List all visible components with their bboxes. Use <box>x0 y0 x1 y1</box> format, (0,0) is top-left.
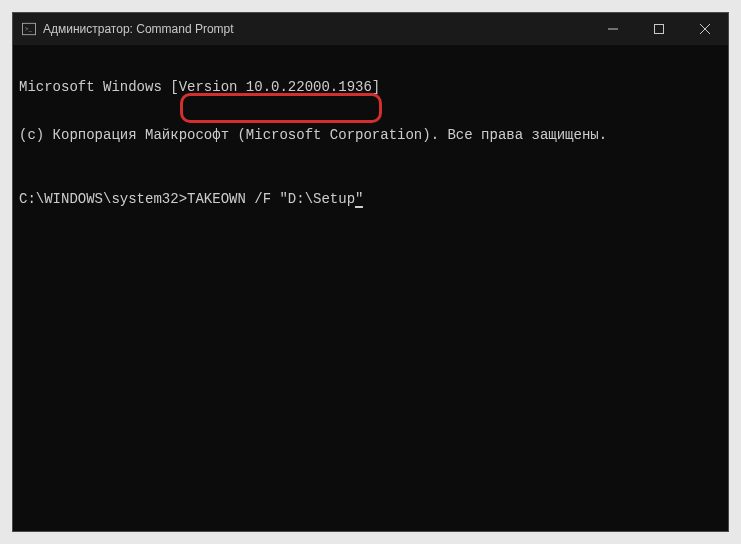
minimize-button[interactable] <box>590 13 636 45</box>
terminal-line-version: Microsoft Windows [Version 10.0.22000.19… <box>19 79 722 95</box>
maximize-button[interactable] <box>636 13 682 45</box>
titlebar[interactable]: >_ Администратор: Command Prompt <box>13 13 728 45</box>
terminal-prompt-line: C:\WINDOWS\system32>TAKEOWN /F "D:\Setup… <box>19 191 722 207</box>
svg-text:>_: >_ <box>25 25 33 33</box>
svg-rect-2 <box>655 25 664 34</box>
titlebar-title: Администратор: Command Prompt <box>43 22 590 36</box>
terminal-line-copyright: (c) Корпорация Майкрософт (Microsoft Cor… <box>19 127 722 143</box>
cursor <box>355 206 363 208</box>
command-text: TAKEOWN /F "D:\Setup" <box>187 191 363 207</box>
terminal-area[interactable]: Microsoft Windows [Version 10.0.22000.19… <box>13 45 728 531</box>
close-button[interactable] <box>682 13 728 45</box>
highlight-annotation <box>180 93 382 123</box>
prompt-text: C:\WINDOWS\system32> <box>19 191 187 207</box>
cmd-icon: >_ <box>21 21 37 37</box>
window-controls <box>590 13 728 45</box>
command-prompt-window: >_ Администратор: Command Prompt Microso… <box>12 12 729 532</box>
